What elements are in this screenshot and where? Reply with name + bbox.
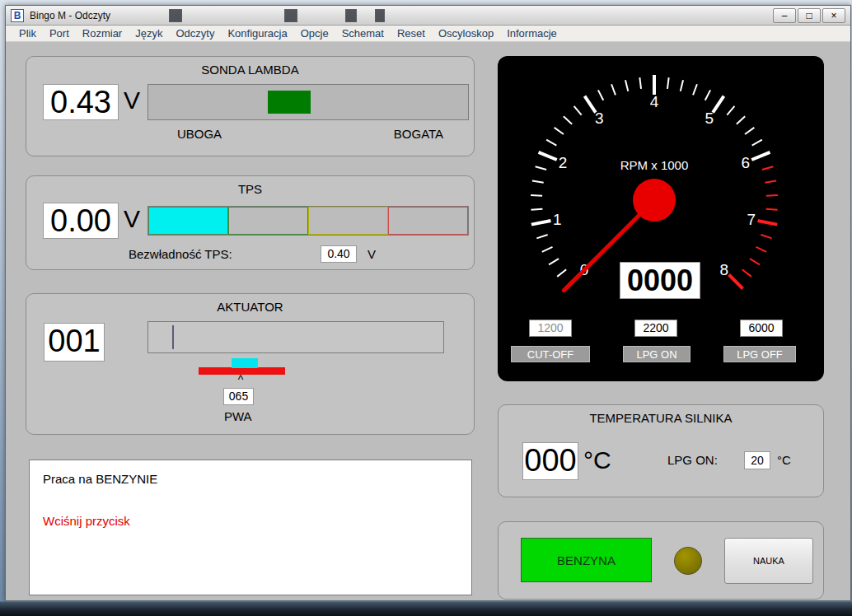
rpm-digital-display: 0000 xyxy=(620,262,700,299)
tps-bar xyxy=(147,206,469,236)
lambda-bar xyxy=(147,84,469,120)
tps-inertia-label: Bezwładność TPS: xyxy=(129,247,232,261)
lambda-unit: V xyxy=(124,86,140,114)
benzyna-button[interactable]: BENZYNA xyxy=(521,538,652,582)
svg-text:1: 1 xyxy=(553,211,562,228)
status-message-box: Praca na BENZYNIE Wciśnij przycisk xyxy=(29,460,472,595)
menu-item-port[interactable]: Port xyxy=(43,27,76,40)
menu-item-rozmiar[interactable]: Rozmiar xyxy=(76,27,129,40)
tps-unit: V xyxy=(124,205,140,233)
menu-item-opcje[interactable]: Opcje xyxy=(294,27,335,40)
lambda-panel: SONDA LAMBDA 0.43 V UBOGA BOGATA xyxy=(26,56,475,156)
background-window-fragment xyxy=(284,9,297,22)
menu-bar: Plik Port Rozmiar Język Odczyty Konfigur… xyxy=(6,26,850,42)
fuel-panel: BENZYNA NAUKA xyxy=(498,521,824,600)
svg-text:3: 3 xyxy=(595,110,604,127)
rpm-gauge-panel: 012345678 RPM x 1000 0000 1200 2200 6000… xyxy=(498,56,824,381)
menu-item-informacje[interactable]: Informacje xyxy=(500,27,564,40)
status-line-2: Wciśnij przycisk xyxy=(43,514,458,528)
background-window-fragment xyxy=(375,9,385,22)
lambda-rich-label: BOGATA xyxy=(369,127,468,141)
svg-text:8: 8 xyxy=(720,261,729,278)
actuator-pwa-label: PWA xyxy=(224,409,252,423)
tps-segment-2 xyxy=(228,207,308,235)
window-controls: – □ × xyxy=(773,8,845,23)
menu-item-oscyloskop[interactable]: Oscyloskop xyxy=(432,27,500,40)
actuator-cyan-marker xyxy=(232,358,258,368)
menu-item-jezyk[interactable]: Język xyxy=(129,27,169,40)
tps-inertia-input[interactable]: 0.40 xyxy=(321,245,357,263)
tps-inertia-unit: V xyxy=(367,247,376,261)
rpm-gauge-label: RPM x 1000 xyxy=(572,158,737,172)
cutoff-label: CUT-OFF xyxy=(511,346,590,362)
nauka-button[interactable]: NAUKA xyxy=(724,538,813,584)
svg-text:4: 4 xyxy=(650,93,659,110)
actuator-caret: ^ xyxy=(228,373,253,386)
menu-item-odczyty[interactable]: Odczyty xyxy=(169,27,221,40)
status-led xyxy=(674,547,702,575)
lpg-temp-input[interactable]: 20 xyxy=(744,451,770,469)
taskbar[interactable] xyxy=(0,601,852,616)
tps-title: TPS xyxy=(26,176,474,196)
actuator-pwa-value: 065 xyxy=(223,388,254,405)
temperature-unit: °C xyxy=(583,446,611,474)
status-line-1: Praca na BENZYNIE xyxy=(43,472,458,486)
tps-panel: TPS 0.00 V Bezwładność TPS: 0.40 V xyxy=(26,175,475,270)
svg-text:5: 5 xyxy=(705,110,714,127)
temperature-panel: TEMPERATURA SILNIKA 000 °C LPG ON: 20 °C xyxy=(498,404,824,497)
lpg-off-label: LPG OFF xyxy=(723,346,796,362)
menu-item-reset[interactable]: Reset xyxy=(391,27,432,40)
app-window: B Bingo M - Odczyty – □ × Plik Port Rozm… xyxy=(5,5,851,601)
temperature-value-display: 000 xyxy=(522,442,578,480)
app-icon: B xyxy=(11,9,24,22)
lpg-on-label: LPG ON xyxy=(623,346,690,362)
minimize-button[interactable]: – xyxy=(773,8,796,23)
actuator-title: AKTUATOR xyxy=(26,294,474,314)
actuator-value-display: 001 xyxy=(44,323,105,362)
client-area: SONDA LAMBDA 0.43 V UBOGA BOGATA TPS 0.0… xyxy=(6,42,850,600)
actuator-bar xyxy=(147,321,444,353)
lambda-indicator-block xyxy=(268,91,311,114)
menu-item-plik[interactable]: Plik xyxy=(12,27,43,40)
lpg-on-rpm-input[interactable]: 2200 xyxy=(634,320,677,337)
maximize-button[interactable]: □ xyxy=(798,8,821,23)
menu-item-konfiguracja[interactable]: Konfiguracja xyxy=(221,27,293,40)
lambda-value-display: 0.43 xyxy=(43,84,119,120)
window-title: Bingo M - Odczyty xyxy=(30,10,110,21)
svg-text:2: 2 xyxy=(559,154,568,171)
lpg-on-temp-label: LPG ON: xyxy=(667,453,718,467)
actuator-panel: AKTUATOR 001 ^ 065 PWA xyxy=(26,293,475,435)
tps-value-display: 0.00 xyxy=(43,203,119,239)
background-window-fragment xyxy=(345,9,357,22)
cutoff-rpm-input[interactable]: 1200 xyxy=(529,320,572,337)
actuator-cursor xyxy=(172,325,174,349)
title-bar[interactable]: B Bingo M - Odczyty – □ × xyxy=(6,6,850,26)
menu-item-schemat[interactable]: Schemat xyxy=(335,27,391,40)
tps-segment-1 xyxy=(148,207,228,235)
tps-segment-3 xyxy=(308,207,388,235)
background-window-fragment xyxy=(169,9,182,22)
lpg-temp-unit: °C xyxy=(777,453,791,467)
temperature-title: TEMPERATURA SILNIKA xyxy=(499,405,823,425)
svg-text:7: 7 xyxy=(747,211,756,228)
lambda-lean-label: UBOGA xyxy=(150,127,249,141)
lambda-title: SONDA LAMBDA xyxy=(26,57,474,77)
lpg-off-rpm-input[interactable]: 6000 xyxy=(740,320,783,337)
svg-text:6: 6 xyxy=(742,154,751,171)
close-button[interactable]: × xyxy=(822,8,845,23)
tps-segment-4 xyxy=(388,207,468,235)
